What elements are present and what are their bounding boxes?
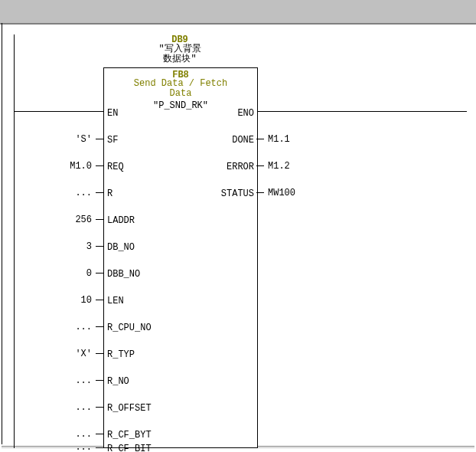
stub-r-no	[96, 380, 103, 381]
stub-laddr	[96, 219, 103, 220]
stub-db-no	[96, 246, 103, 247]
operand-len[interactable]: 10	[4, 295, 92, 306]
stub-sf	[96, 139, 103, 139]
pin-sf: SF	[107, 135, 118, 146]
pin-r-no: R_NO	[107, 376, 129, 387]
operand-r-cf-byt[interactable]: ...	[4, 429, 92, 440]
en-power-line	[14, 111, 103, 112]
pin-r-cpu-no: R_CPU_NO	[107, 323, 152, 333]
operand-r-cf-bit[interactable]: ...	[4, 442, 92, 452]
stub-dbb-no	[96, 273, 103, 273]
operand-done[interactable]: M1.1	[268, 134, 290, 145]
window-chrome-bar	[0, 0, 476, 25]
stub-r-cf-byt	[96, 434, 103, 434]
eno-power-line	[256, 111, 467, 112]
operand-r-offset[interactable]: ...	[4, 402, 92, 413]
operand-r[interactable]: ...	[4, 188, 92, 198]
pin-dbb-no: DBB_NO	[107, 269, 140, 280]
operand-r-cpu-no[interactable]: ...	[4, 322, 92, 332]
operand-status[interactable]: MW100	[268, 188, 295, 198]
stub-r-cpu-no	[96, 326, 103, 327]
fb-description-line2: Data	[170, 88, 192, 99]
stub-r	[96, 192, 103, 193]
stub-req	[96, 165, 103, 166]
pin-r: R	[107, 188, 112, 199]
stub-error	[256, 165, 264, 166]
operand-r-typ[interactable]: 'X'	[4, 349, 92, 359]
operand-dbb-no[interactable]: 0	[4, 268, 92, 279]
pin-db-no: DB_NO	[107, 242, 135, 253]
stub-len	[96, 300, 103, 300]
pin-r-cf-byt: R_CF_BYT	[107, 430, 152, 441]
fb-block[interactable]: FB8 Send Data / Fetch Data "P_SND_RK" EN…	[103, 67, 258, 448]
pin-r-typ: R_TYP	[107, 349, 135, 360]
stub-r-offset	[96, 407, 103, 408]
pin-en: EN	[107, 108, 118, 119]
instance-db-comment: "写入背景 数据块"	[115, 44, 245, 64]
operand-req[interactable]: M1.0	[4, 161, 92, 172]
pin-req: REQ	[107, 162, 124, 172]
page-border-left	[2, 23, 2, 444]
pin-eno: ENO	[237, 108, 254, 119]
pin-len: LEN	[107, 296, 124, 306]
fb-symbolic-name: "P_SND_RK"	[104, 100, 257, 111]
stub-status	[256, 192, 264, 193]
fb-description: Send Data / Fetch Data	[104, 79, 257, 99]
operand-error[interactable]: M1.2	[268, 161, 290, 172]
operand-sf[interactable]: 'S'	[4, 134, 92, 145]
pin-r-offset: R_OFFSET	[107, 403, 152, 414]
fb-description-line1: Send Data / Fetch	[134, 78, 227, 89]
pin-r-cf-bit: R_CF_BIT	[107, 444, 152, 452]
pin-laddr: LADDR	[107, 215, 135, 226]
operand-laddr[interactable]: 256	[4, 215, 92, 225]
instance-db-comment-line1: "写入背景	[158, 44, 201, 54]
operand-r-no[interactable]: ...	[4, 375, 92, 386]
pin-status: STATUS	[221, 188, 254, 199]
pin-error: ERROR	[227, 162, 254, 172]
stub-r-typ	[96, 353, 103, 354]
plc-ladder-network: DB9 "写入背景 数据块" FB8 Send Data / Fetch Dat…	[0, 0, 476, 452]
pin-done: DONE	[232, 135, 254, 146]
operand-db-no[interactable]: 3	[4, 241, 92, 252]
stub-done	[256, 139, 264, 139]
stub-r-cf-bit	[96, 447, 103, 448]
instance-db-comment-line2: 数据块"	[163, 54, 196, 64]
